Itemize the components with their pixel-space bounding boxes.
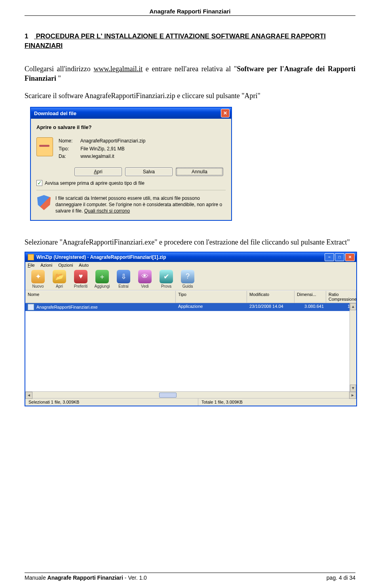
tool-guida[interactable]: ?Guida	[177, 270, 198, 288]
label-tipo: Tipo:	[59, 145, 79, 153]
para1-c: "	[56, 74, 61, 82]
winzip-icon	[28, 254, 34, 260]
open-label-rest: pri	[97, 169, 102, 175]
value-tipo: File WinZip, 2,91 MB	[80, 146, 124, 152]
divider	[36, 190, 226, 190]
winzip-filelist: AnagrafeRapportiFinanziari.exe Applicazi…	[25, 303, 356, 398]
row-tipo: Applicazione	[176, 303, 247, 311]
footer-left-c: - Ver. 1.0	[123, 575, 147, 581]
horizontal-scrollbar[interactable]: ◄ ►	[25, 391, 356, 398]
winzip-title-text: WinZip (Unregistered) - AnagrafeRapporti…	[36, 254, 166, 260]
always-warn-label: Avvisa sempre prima di aprire questo tip…	[45, 180, 144, 186]
help-icon: ?	[181, 270, 194, 283]
winzip-window: WinZip (Unregistered) - AnagrafeRapporti…	[25, 252, 357, 406]
warn-body: I file scaricati da Internet possono ess…	[55, 195, 222, 214]
section-title-text: PROCEDURA PER L' INSTALLAZIONE E ATTIVAZ…	[25, 32, 326, 49]
page-footer: Manuale Anagrafe Rapporti Finanziari - V…	[25, 573, 355, 581]
row-modificato: 23/10/2008 14.04	[247, 303, 294, 311]
table-row[interactable]: AnagrafeRapportiFinanziari.exe Applicazi…	[25, 303, 356, 311]
extract-icon: ⇩	[117, 270, 130, 283]
legalmail-link[interactable]: www.legalmail.it	[93, 65, 142, 73]
add-icon: ＋	[95, 270, 109, 283]
footer-left-b: Anagrafe Rapporti Finanziari	[48, 575, 123, 581]
exe-icon	[28, 304, 34, 310]
shield-icon	[37, 195, 51, 210]
value-da: www.legalmail.it	[80, 154, 114, 159]
warning-text: I file scaricati da Internet possono ess…	[55, 195, 225, 214]
winzip-menubar: File Azioni Opzioni Aiuto	[25, 262, 356, 268]
col-nome[interactable]: Nome	[25, 291, 176, 303]
tool-prova[interactable]: ✔Prova	[156, 270, 177, 288]
tool-apri[interactable]: 📂Apri	[49, 270, 70, 288]
scroll-down-icon[interactable]: ▼	[350, 385, 356, 392]
page-header: Anagrafe Rapporti Finanziari	[25, 8, 355, 16]
winzip-toolbar: ✦Nuovo 📂Apri ♥Preferiti ＋Aggiungi ⇩Estra…	[25, 268, 356, 290]
vertical-scrollbar[interactable]: ▲ ▼	[350, 303, 356, 392]
scroll-left-icon[interactable]: ◄	[25, 392, 32, 399]
section-title: 1 PROCEDURA PER L' INSTALLAZIONE E ATTIV…	[25, 32, 355, 51]
scroll-thumb[interactable]	[159, 393, 177, 398]
dialog-titlebar: Download del file ✕	[31, 108, 231, 119]
paragraph-3: Selezionare "AnagrafeRapportiFinanziari.…	[25, 237, 355, 247]
winzip-columns: Nome Tipo Modificato Dimensi... Ratio Co…	[25, 290, 356, 303]
page-number: pag. 4 di 34	[327, 575, 355, 581]
close-window-icon[interactable]: ✕	[345, 253, 355, 261]
tool-aggiungi[interactable]: ＋Aggiungi	[92, 270, 112, 288]
open-icon: 📂	[53, 270, 66, 283]
footer-left-a: Manuale	[25, 575, 48, 581]
menu-azioni[interactable]: Azioni	[40, 263, 52, 267]
winzip-titlebar: WinZip (Unregistered) - AnagrafeRapporti…	[25, 252, 356, 262]
value-nome: AnagrafeRapportiFinanziari.zip	[80, 138, 146, 144]
col-tipo[interactable]: Tipo	[176, 291, 247, 303]
status-total: Totale 1 file, 3.009KB	[198, 398, 356, 406]
new-icon: ✦	[31, 270, 45, 283]
col-modificato[interactable]: Modificato	[247, 291, 294, 303]
tool-estrai[interactable]: ⇩Estrai	[113, 270, 134, 288]
open-button[interactable]: Apri	[74, 167, 122, 176]
minimize-icon[interactable]: –	[325, 253, 334, 261]
always-warn-checkbox[interactable]: ✓	[36, 180, 42, 186]
menu-aiuto[interactable]: Aiuto	[79, 263, 89, 267]
close-icon[interactable]: ✕	[221, 109, 230, 118]
section-number: 1	[25, 32, 34, 41]
download-dialog: Download del file ✕ Aprire o salvare il …	[30, 107, 232, 220]
label-da: Da:	[59, 153, 79, 160]
dialog-heading: Aprire o salvare il file?	[36, 124, 226, 130]
col-dimensioni[interactable]: Dimensi...	[294, 291, 326, 303]
risk-link[interactable]: Quali rischi si corrono	[84, 208, 130, 214]
cancel-button[interactable]: Annulla	[176, 167, 223, 176]
view-icon: 👁	[138, 270, 152, 283]
tool-nuovo[interactable]: ✦Nuovo	[28, 270, 48, 288]
maximize-icon[interactable]: □	[335, 253, 344, 261]
test-icon: ✔	[160, 270, 173, 283]
menu-opzioni[interactable]: Opzioni	[58, 263, 73, 267]
scroll-right-icon[interactable]: ►	[349, 392, 356, 399]
favorites-icon: ♥	[74, 270, 87, 283]
para1-b: e entrare nell'area relativa al "	[142, 65, 237, 73]
tool-preferiti[interactable]: ♥Preferiti	[70, 270, 91, 288]
row-nome: AnagrafeRapportiFinanziari.exe	[36, 305, 98, 309]
paragraph-2: Scaricare il software AnagrafeRapportiFi…	[25, 91, 355, 101]
scroll-up-icon[interactable]: ▲	[350, 303, 356, 310]
winzip-statusbar: Selezionati 1 file, 3.009KB Totale 1 fil…	[25, 398, 356, 406]
archive-icon	[36, 137, 53, 156]
dialog-title-text: Download del file	[34, 110, 76, 116]
col-ratio[interactable]: Ratio Compressione	[326, 291, 356, 303]
tool-vedi[interactable]: 👁Vedi	[135, 270, 155, 288]
para1-a: Collegarsi all'indirizzo	[25, 65, 93, 73]
save-button[interactable]: Salva	[125, 167, 173, 176]
status-selected: Selezionati 1 file, 3.009KB	[25, 398, 198, 406]
menu-file[interactable]: File	[28, 263, 35, 267]
file-details: Nome: AnagrafeRapportiFinanziari.zip Tip…	[59, 137, 145, 160]
row-dimensioni: 3.080.641	[294, 303, 326, 311]
paragraph-1: Collegarsi all'indirizzo www.legalmail.i…	[25, 64, 355, 83]
label-nome: Nome:	[59, 137, 79, 145]
